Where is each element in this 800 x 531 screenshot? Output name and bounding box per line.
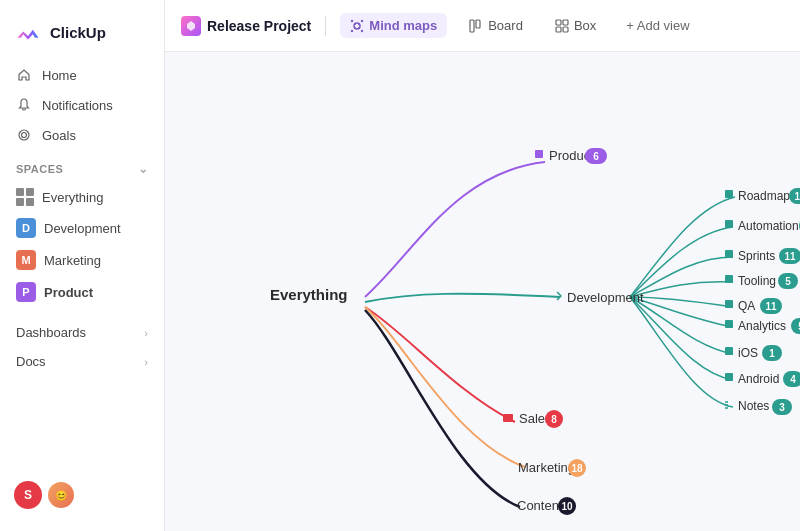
- svg-text:QA: QA: [738, 299, 755, 313]
- svg-point-0: [19, 130, 29, 140]
- tab-box-label: Box: [574, 18, 596, 33]
- chevron-icon: ›: [144, 356, 148, 368]
- svg-rect-30: [725, 220, 733, 228]
- svg-point-5: [361, 29, 363, 31]
- svg-text:6: 6: [593, 151, 599, 162]
- box-icon: [555, 19, 569, 33]
- sidebar-item-home[interactable]: Home: [8, 60, 156, 90]
- sales-icon: [503, 414, 513, 422]
- svg-rect-14: [556, 20, 561, 25]
- sidebar-item-everything[interactable]: Everything: [8, 182, 156, 212]
- spaces-list: Everything D Development M Marketing P P…: [0, 182, 164, 308]
- svg-text:3: 3: [779, 402, 785, 413]
- svg-rect-42: [725, 300, 733, 308]
- svg-rect-17: [563, 27, 568, 32]
- svg-rect-34: [725, 250, 733, 258]
- product-label: Product: [44, 285, 93, 300]
- svg-text:1: 1: [769, 348, 775, 359]
- user-avatar[interactable]: S: [14, 481, 42, 509]
- mindmap-icon: [350, 19, 364, 33]
- product-dot: P: [16, 282, 36, 302]
- tab-mindmaps-label: Mind maps: [369, 18, 437, 33]
- svg-text:8: 8: [551, 414, 557, 425]
- svg-point-6: [351, 29, 353, 31]
- svg-text:18: 18: [571, 463, 583, 474]
- svg-rect-38: [725, 275, 733, 283]
- svg-text:Automation: Automation: [738, 219, 799, 233]
- add-view-label: + Add view: [626, 18, 689, 33]
- svg-text:Notes: Notes: [738, 399, 769, 413]
- sections-list: Dashboards › Docs ›: [0, 318, 164, 376]
- mindmap-canvas: Everything: [165, 52, 800, 531]
- marketing-dot: M: [16, 250, 36, 270]
- svg-rect-50: [725, 347, 733, 355]
- svg-text:Analytics: Analytics: [738, 319, 786, 333]
- project-icon: [181, 16, 201, 36]
- goal-icon: [16, 127, 32, 143]
- development-label: Development: [44, 221, 121, 236]
- sidebar-item-dashboards[interactable]: Dashboards ›: [0, 318, 164, 347]
- board-icon: [469, 19, 483, 33]
- svg-text:11: 11: [794, 191, 800, 202]
- sidebar-nav: Home Notifications Goals: [0, 60, 164, 150]
- svg-rect-11: [470, 20, 474, 32]
- sidebar-item-development[interactable]: D Development: [8, 212, 156, 244]
- svg-rect-16: [556, 27, 561, 32]
- sidebar-item-product[interactable]: P Product: [8, 276, 156, 308]
- tab-board[interactable]: Board: [459, 13, 533, 38]
- clickup-logo-icon: [14, 18, 42, 46]
- sidebar-item-notifications[interactable]: Notifications: [8, 90, 156, 120]
- svg-rect-26: [725, 190, 733, 198]
- sidebar-item-marketing[interactable]: M Marketing: [8, 244, 156, 276]
- home-icon: [16, 67, 32, 83]
- tab-box[interactable]: Box: [545, 13, 606, 38]
- grid-icon: [16, 188, 34, 206]
- svg-point-4: [361, 19, 363, 21]
- svg-text:iOS: iOS: [738, 346, 758, 360]
- bell-icon: [16, 97, 32, 113]
- svg-text:5: 5: [785, 276, 791, 287]
- svg-rect-46: [725, 320, 733, 328]
- svg-rect-15: [563, 20, 568, 25]
- svg-text:Sprints: Sprints: [738, 249, 775, 263]
- goals-label: Goals: [42, 128, 76, 143]
- everything-label: Everything: [42, 190, 103, 205]
- svg-rect-12: [476, 20, 480, 28]
- development-node-label: Development: [567, 290, 644, 305]
- divider: [325, 16, 326, 36]
- root-node-label: Everything: [270, 286, 348, 303]
- tab-mindmaps[interactable]: Mind maps: [340, 13, 447, 38]
- marketing-label: Marketing: [44, 253, 101, 268]
- svg-text:Android: Android: [738, 372, 779, 386]
- svg-text:Roadmap: Roadmap: [738, 189, 790, 203]
- notifications-label: Notifications: [42, 98, 113, 113]
- svg-point-3: [351, 19, 353, 21]
- user-avatar-2[interactable]: 😊: [48, 482, 74, 508]
- topbar: Release Project Mind maps B: [165, 0, 800, 52]
- development-dot: D: [16, 218, 36, 238]
- home-label: Home: [42, 68, 77, 83]
- main-content: Release Project Mind maps B: [165, 0, 800, 531]
- spaces-label: Spaces: [16, 163, 63, 175]
- project-title-area: Release Project: [181, 16, 311, 36]
- product-node-icon: [535, 150, 543, 158]
- marketing-node-label: Marketing: [518, 460, 575, 475]
- sidebar: ClickUp Home Notifications: [0, 0, 165, 531]
- sidebar-item-docs[interactable]: Docs ›: [0, 347, 164, 376]
- spaces-collapse-icon[interactable]: ⌄: [138, 162, 149, 176]
- sidebar-footer: S 😊: [0, 471, 164, 519]
- spaces-header: Spaces ⌄: [0, 150, 164, 182]
- add-view-button[interactable]: + Add view: [618, 14, 697, 37]
- svg-rect-54: [725, 373, 733, 381]
- project-name: Release Project: [207, 18, 311, 34]
- svg-text:11: 11: [784, 251, 796, 262]
- svg-rect-13: [482, 20, 483, 21]
- app-name: ClickUp: [50, 24, 106, 41]
- svg-text:11: 11: [765, 301, 777, 312]
- sidebar-item-goals[interactable]: Goals: [8, 120, 156, 150]
- svg-text:10: 10: [561, 501, 573, 512]
- content-node-label: Content: [517, 498, 563, 513]
- logo-area: ClickUp: [0, 12, 164, 60]
- svg-text:Tooling: Tooling: [738, 274, 776, 288]
- tab-board-label: Board: [488, 18, 523, 33]
